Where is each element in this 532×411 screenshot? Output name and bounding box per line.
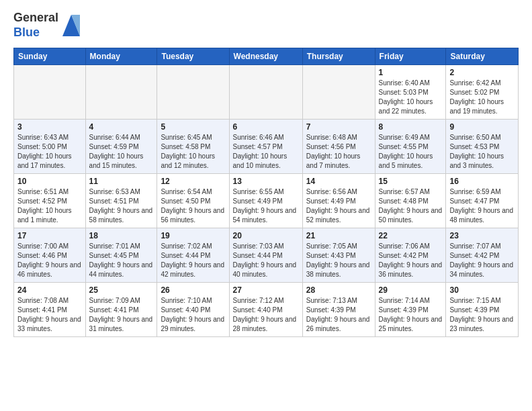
day-info: Sunrise: 7:09 AM Sunset: 4:41 PM Dayligh…: [89, 296, 154, 334]
calendar-cell: 30Sunrise: 7:15 AM Sunset: 4:39 PM Dayli…: [446, 283, 519, 337]
day-number: 7: [306, 122, 371, 132]
day-number: 13: [233, 177, 299, 186]
logo-blue: Blue: [13, 26, 58, 40]
calendar-cell: 2Sunrise: 6:42 AM Sunset: 5:02 PM Daylig…: [446, 65, 519, 120]
day-number: 26: [161, 285, 225, 295]
calendar-cell: 29Sunrise: 7:14 AM Sunset: 4:39 PM Dayli…: [375, 283, 446, 337]
calendar-cell: 23Sunrise: 7:07 AM Sunset: 4:42 PM Dayli…: [446, 228, 519, 283]
day-info: Sunrise: 7:05 AM Sunset: 4:43 PM Dayligh…: [306, 242, 371, 279]
day-number: 22: [379, 231, 443, 240]
day-info: Sunrise: 7:14 AM Sunset: 4:39 PM Dayligh…: [379, 296, 443, 334]
header-friday: Friday: [375, 48, 446, 65]
header-saturday: Saturday: [446, 48, 519, 65]
day-info: Sunrise: 7:13 AM Sunset: 4:39 PM Dayligh…: [306, 296, 371, 334]
calendar-table: SundayMondayTuesdayWednesdayThursdayFrid…: [13, 48, 519, 337]
day-number: 2: [449, 68, 515, 77]
day-info: Sunrise: 6:59 AM Sunset: 4:47 PM Dayligh…: [449, 187, 515, 225]
header: GeneralBlue: [13, 11, 519, 40]
day-number: 29: [379, 285, 443, 295]
calendar-cell: 27Sunrise: 7:12 AM Sunset: 4:40 PM Dayli…: [229, 283, 302, 337]
day-info: Sunrise: 6:51 AM Sunset: 4:52 PM Dayligh…: [17, 187, 82, 225]
calendar-cell: 15Sunrise: 6:57 AM Sunset: 4:48 PM Dayli…: [375, 174, 446, 228]
calendar-cell: [229, 65, 302, 120]
day-number: 28: [306, 285, 371, 295]
calendar-cell: 17Sunrise: 7:00 AM Sunset: 4:46 PM Dayli…: [14, 228, 86, 283]
calendar-week-2: 3Sunrise: 6:43 AM Sunset: 5:00 PM Daylig…: [14, 120, 519, 174]
day-number: 27: [233, 285, 299, 295]
calendar-cell: 26Sunrise: 7:10 AM Sunset: 4:40 PM Dayli…: [157, 283, 229, 337]
day-info: Sunrise: 7:00 AM Sunset: 4:46 PM Dayligh…: [17, 242, 82, 279]
day-info: Sunrise: 7:12 AM Sunset: 4:40 PM Dayligh…: [233, 296, 299, 334]
calendar-cell: 28Sunrise: 7:13 AM Sunset: 4:39 PM Dayli…: [302, 283, 375, 337]
day-info: Sunrise: 6:40 AM Sunset: 5:03 PM Dayligh…: [379, 79, 443, 116]
day-number: 24: [17, 285, 82, 295]
calendar-week-4: 17Sunrise: 7:00 AM Sunset: 4:46 PM Dayli…: [14, 228, 519, 283]
calendar-cell: 25Sunrise: 7:09 AM Sunset: 4:41 PM Dayli…: [85, 283, 157, 337]
calendar-cell: [302, 65, 375, 120]
day-info: Sunrise: 7:06 AM Sunset: 4:42 PM Dayligh…: [379, 242, 443, 279]
day-info: Sunrise: 7:08 AM Sunset: 4:41 PM Dayligh…: [17, 296, 82, 334]
calendar-header-row: SundayMondayTuesdayWednesdayThursdayFrid…: [14, 48, 519, 65]
day-number: 11: [89, 177, 154, 186]
logo-icon: [61, 13, 81, 38]
calendar-cell: [85, 65, 157, 120]
day-number: 1: [379, 68, 443, 77]
page: GeneralBlue SundayMondayTuesdayWednesday…: [0, 0, 532, 351]
day-info: Sunrise: 6:48 AM Sunset: 4:56 PM Dayligh…: [306, 133, 371, 171]
day-number: 18: [89, 231, 154, 240]
day-info: Sunrise: 6:45 AM Sunset: 4:58 PM Dayligh…: [161, 133, 225, 171]
calendar-cell: 13Sunrise: 6:55 AM Sunset: 4:49 PM Dayli…: [229, 174, 302, 228]
calendar-cell: 12Sunrise: 6:54 AM Sunset: 4:50 PM Dayli…: [157, 174, 229, 228]
day-number: 6: [233, 122, 299, 132]
calendar-cell: 10Sunrise: 6:51 AM Sunset: 4:52 PM Dayli…: [14, 174, 86, 228]
calendar-cell: 24Sunrise: 7:08 AM Sunset: 4:41 PM Dayli…: [14, 283, 86, 337]
calendar-cell: 14Sunrise: 6:56 AM Sunset: 4:49 PM Dayli…: [302, 174, 375, 228]
day-info: Sunrise: 7:10 AM Sunset: 4:40 PM Dayligh…: [161, 296, 225, 334]
day-info: Sunrise: 6:57 AM Sunset: 4:48 PM Dayligh…: [379, 187, 443, 225]
header-tuesday: Tuesday: [157, 48, 229, 65]
day-number: 8: [379, 122, 443, 132]
day-info: Sunrise: 7:03 AM Sunset: 4:44 PM Dayligh…: [233, 242, 299, 279]
day-number: 12: [161, 177, 225, 186]
calendar-cell: 9Sunrise: 6:50 AM Sunset: 4:53 PM Daylig…: [446, 120, 519, 174]
calendar-cell: 20Sunrise: 7:03 AM Sunset: 4:44 PM Dayli…: [229, 228, 302, 283]
day-info: Sunrise: 7:02 AM Sunset: 4:44 PM Dayligh…: [161, 242, 225, 279]
calendar-cell: [14, 65, 86, 120]
day-info: Sunrise: 7:07 AM Sunset: 4:42 PM Dayligh…: [449, 242, 515, 279]
calendar-week-1: 1Sunrise: 6:40 AM Sunset: 5:03 PM Daylig…: [14, 65, 519, 120]
header-wednesday: Wednesday: [229, 48, 302, 65]
day-info: Sunrise: 6:44 AM Sunset: 4:59 PM Dayligh…: [89, 133, 154, 171]
calendar-week-3: 10Sunrise: 6:51 AM Sunset: 4:52 PM Dayli…: [14, 174, 519, 228]
calendar-week-5: 24Sunrise: 7:08 AM Sunset: 4:41 PM Dayli…: [14, 283, 519, 337]
day-info: Sunrise: 6:53 AM Sunset: 4:51 PM Dayligh…: [89, 187, 154, 225]
calendar-cell: 16Sunrise: 6:59 AM Sunset: 4:47 PM Dayli…: [446, 174, 519, 228]
calendar-cell: [157, 65, 229, 120]
day-info: Sunrise: 6:55 AM Sunset: 4:49 PM Dayligh…: [233, 187, 299, 225]
day-number: 20: [233, 231, 299, 240]
day-info: Sunrise: 7:01 AM Sunset: 4:45 PM Dayligh…: [89, 242, 154, 279]
day-number: 15: [379, 177, 443, 186]
day-number: 23: [449, 231, 515, 240]
day-number: 25: [89, 285, 154, 295]
calendar-cell: 6Sunrise: 6:46 AM Sunset: 4:57 PM Daylig…: [229, 120, 302, 174]
day-number: 17: [17, 231, 82, 240]
day-number: 10: [17, 177, 82, 186]
day-number: 30: [449, 285, 515, 295]
calendar-cell: 7Sunrise: 6:48 AM Sunset: 4:56 PM Daylig…: [302, 120, 375, 174]
header-monday: Monday: [85, 48, 157, 65]
logo: GeneralBlue: [13, 11, 81, 40]
header-sunday: Sunday: [14, 48, 86, 65]
day-info: Sunrise: 6:56 AM Sunset: 4:49 PM Dayligh…: [306, 187, 371, 225]
day-number: 5: [161, 122, 225, 132]
header-thursday: Thursday: [302, 48, 375, 65]
logo-general: General: [13, 11, 58, 26]
day-info: Sunrise: 7:15 AM Sunset: 4:39 PM Dayligh…: [449, 296, 515, 334]
day-info: Sunrise: 6:42 AM Sunset: 5:02 PM Dayligh…: [449, 79, 515, 116]
calendar-cell: 11Sunrise: 6:53 AM Sunset: 4:51 PM Dayli…: [85, 174, 157, 228]
day-info: Sunrise: 6:49 AM Sunset: 4:55 PM Dayligh…: [379, 133, 443, 171]
day-info: Sunrise: 6:54 AM Sunset: 4:50 PM Dayligh…: [161, 187, 225, 225]
day-number: 3: [17, 122, 82, 132]
calendar-cell: 18Sunrise: 7:01 AM Sunset: 4:45 PM Dayli…: [85, 228, 157, 283]
day-number: 4: [89, 122, 154, 132]
calendar-cell: 19Sunrise: 7:02 AM Sunset: 4:44 PM Dayli…: [157, 228, 229, 283]
